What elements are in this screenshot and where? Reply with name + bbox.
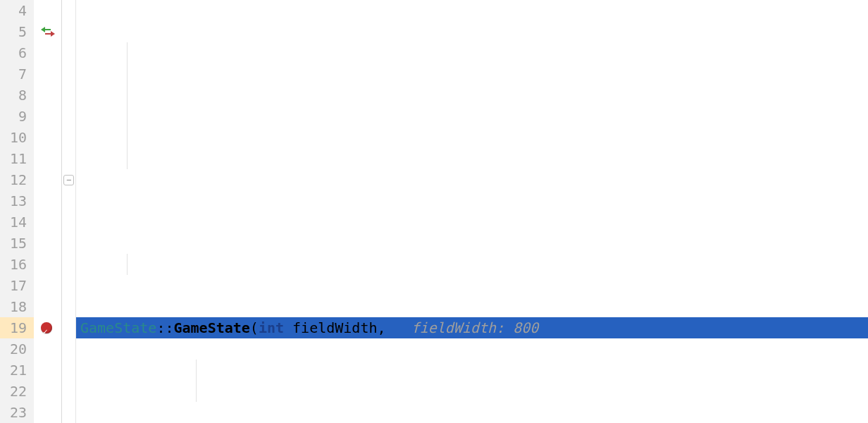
line-number: 16 bbox=[0, 254, 27, 275]
line-number: 18 bbox=[0, 296, 27, 317]
code-editor[interactable]: 4 5 6 7 8 9 10 11 12 13 14 15 16 17 18 1… bbox=[0, 0, 868, 423]
line-number-gutter: 4 5 6 7 8 9 10 11 12 13 14 15 16 17 18 1… bbox=[0, 0, 34, 423]
line-number: 5 bbox=[0, 21, 27, 42]
line-number: 4 bbox=[0, 0, 27, 21]
breakpoint-icon[interactable] bbox=[41, 322, 55, 336]
line-number: 19 bbox=[0, 317, 34, 338]
code-area[interactable]: GameState::GameState(int fieldWidth, fie… bbox=[76, 0, 868, 423]
line-number: 11 bbox=[0, 148, 27, 169]
line-number: 10 bbox=[0, 127, 27, 148]
fold-gutter[interactable]: − bbox=[62, 0, 76, 423]
wrap-guide bbox=[127, 254, 128, 275]
code-line[interactable] bbox=[80, 212, 868, 233]
line-number: 23 bbox=[0, 402, 27, 423]
inlay-hint: fieldWidth: 800 bbox=[386, 319, 539, 336]
line-number: 9 bbox=[0, 106, 27, 127]
line-number: 14 bbox=[0, 212, 27, 233]
line-number: 6 bbox=[0, 42, 27, 63]
line-number: 12 bbox=[0, 169, 27, 190]
fold-toggle-icon[interactable]: − bbox=[63, 175, 74, 185]
line-number: 8 bbox=[0, 85, 27, 106]
line-number: 20 bbox=[0, 338, 27, 360]
marker-gutter[interactable] bbox=[34, 0, 62, 423]
override-arrows-icon[interactable] bbox=[41, 25, 55, 39]
line-number: 21 bbox=[0, 360, 27, 381]
wrap-guide bbox=[196, 360, 197, 402]
line-number: 17 bbox=[0, 275, 27, 296]
line-number: 13 bbox=[0, 190, 27, 212]
code-line[interactable]: GameState::GameState(int fieldWidth, fie… bbox=[80, 317, 868, 338]
line-number: 15 bbox=[0, 233, 27, 254]
wrap-guide bbox=[127, 42, 128, 169]
line-number: 22 bbox=[0, 381, 27, 402]
line-number: 7 bbox=[0, 63, 27, 85]
